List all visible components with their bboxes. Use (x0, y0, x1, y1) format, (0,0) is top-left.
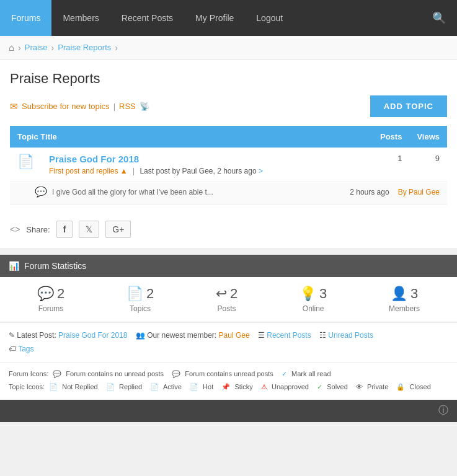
preview-author: By Paul Gee (398, 188, 440, 196)
not-replied-label: Not Replied (62, 383, 97, 390)
replied-label: Replied (119, 383, 142, 390)
members-icon: 👤 (391, 286, 407, 302)
topic-title-cell: Praise God For 2018 First post and repli… (42, 148, 372, 182)
replied-icon: 📄 (106, 383, 115, 390)
share-icon: <> (10, 224, 20, 234)
first-post-link[interactable]: First post and replies (49, 167, 118, 175)
newest-member-label: Our newest member: (147, 331, 216, 340)
arrow-right: > (259, 167, 263, 175)
twitter-share-button[interactable]: 𝕏 (79, 221, 99, 238)
nav-members[interactable]: Members (51, 0, 110, 36)
breadcrumb-sep-3: › (115, 43, 118, 53)
topic-icons-label: Topic Icons: (9, 383, 45, 390)
subscribe-link[interactable]: Subscribe for new topics (22, 102, 110, 111)
mark-all-read-link[interactable]: Mark all read (291, 370, 331, 377)
breadcrumb-praise[interactable]: Praise (25, 43, 48, 52)
tags-link[interactable]: Tags (18, 345, 33, 353)
topic-meta: First post and replies ▲ | Last post by … (49, 167, 365, 175)
latest-post-label: Latest Post: (17, 331, 56, 340)
members-count: 3 (410, 286, 418, 302)
preview-text: I give God all the glory for what I've b… (52, 188, 213, 196)
active-label: Active (163, 383, 182, 390)
footer-info: ✎ Latest Post: Praise God For 2018 👥 Our… (0, 322, 457, 362)
latest-post-link[interactable]: Praise God For 2018 (58, 331, 127, 340)
forum-icons-label: Forum Icons: (9, 370, 48, 377)
views-value: 9 (409, 148, 447, 182)
private-icon: 👁 (356, 383, 363, 390)
stats-header: 📊 Forum Statistics (0, 255, 457, 277)
sticky-label: Sticky (234, 383, 252, 390)
stat-online: 💡 3 Online (299, 286, 327, 313)
facebook-share-button[interactable]: f (56, 221, 73, 238)
add-topic-button[interactable]: ADD TOPIC (370, 95, 447, 117)
top-navigation: Forums Members Recent Posts My Profile L… (0, 0, 457, 36)
chat-bubble-icon: 💬 (53, 370, 61, 377)
solved-label: Solved (327, 383, 348, 390)
online-icon: 💡 (299, 286, 316, 302)
share-section: <> Share: f 𝕏 G+ (0, 211, 457, 249)
stat-topics: 📄 2 Topics (126, 286, 154, 313)
preview-cell: 💬 I give God all the glory for what I've… (10, 182, 447, 205)
stat-forums: 💬 2 Forums (37, 286, 64, 313)
info-icon[interactable]: ⓘ (438, 404, 448, 417)
stat-members: 👤 3 Members (389, 286, 420, 313)
pipe-sep: | (113, 102, 115, 111)
arrow-up-icon: ▲ (120, 167, 128, 175)
hot-icon: 📄 (190, 383, 198, 390)
bottom-bar: ⓘ (0, 400, 457, 422)
nav-my-profile[interactable]: My Profile (184, 0, 245, 36)
blue-chat-icon: 💬 (172, 370, 180, 377)
stats-title: Forum Statistics (24, 261, 86, 271)
breadcrumb-sep-1: › (18, 43, 21, 53)
rss-icon: 📡 (140, 102, 149, 111)
online-count: 3 (319, 286, 327, 302)
newest-member-link[interactable]: Paul Gee (219, 331, 250, 340)
topics-icon: 📄 (126, 286, 143, 302)
closed-icon: 🔒 (396, 383, 405, 390)
topic-title-link[interactable]: Praise God For 2018 (49, 154, 365, 164)
envelope-icon: ✉ (10, 101, 18, 112)
search-icon[interactable]: 🔍 (421, 11, 457, 25)
rss-link[interactable]: RSS (119, 102, 136, 111)
nav-recent-posts[interactable]: Recent Posts (110, 0, 184, 36)
sticky-icon: 📌 (221, 383, 230, 390)
breadcrumb-praise-reports[interactable]: Praise Reports (58, 43, 111, 52)
googleplus-share-button[interactable]: G+ (105, 221, 131, 238)
home-icon[interactable]: ⌂ (9, 42, 14, 53)
forums-count: 2 (57, 286, 64, 302)
forums-label: Forums (37, 304, 64, 313)
posts-value: 1 (372, 148, 409, 182)
breadcrumb: ⌂ › Praise › Praise Reports › (0, 36, 457, 60)
table-header-row: Topic Title Posts Views (10, 126, 447, 148)
stats-body: 💬 2 Forums 📄 2 Topics ↩ 2 Posts 💡 3 Onli… (0, 277, 457, 322)
unapproved-icon: ⚠ (261, 383, 267, 390)
topic-icon-cell: 📄 (10, 148, 42, 182)
share-label: Share: (26, 225, 50, 234)
topic-title-header: Topic Title (10, 126, 372, 148)
meta-pipe: | (133, 167, 135, 175)
private-label: Private (367, 383, 388, 390)
page-title: Praise Reports (10, 71, 447, 87)
members-label: Members (389, 304, 420, 313)
preview-time: 2 hours ago (350, 188, 389, 196)
posts-icon: ↩ (216, 286, 227, 302)
topic-table: Topic Title Posts Views 📄 Praise God For… (10, 126, 447, 205)
main-content: Praise Reports ✉ Subscribe for new topic… (0, 60, 457, 211)
layers-icon: ☷ (319, 331, 326, 340)
topics-label: Topics (126, 304, 154, 313)
solved-icon: ✓ (317, 383, 322, 390)
document-icon: 📄 (17, 154, 34, 169)
has-unread-label: Forum contains unread posts (185, 370, 273, 377)
stat-posts: ↩ 2 Posts (216, 286, 237, 313)
table-row: 📄 Praise God For 2018 First post and rep… (10, 148, 447, 182)
recent-posts-link[interactable]: Recent Posts (267, 331, 311, 340)
hot-label: Hot (203, 383, 213, 390)
active-icon: 📄 (150, 383, 159, 390)
nav-forums[interactable]: Forums (0, 0, 51, 36)
preview-row: 💬 I give God all the glory for what I've… (10, 182, 447, 205)
unread-posts-link[interactable]: Unread Posts (328, 331, 373, 340)
posts-count: 2 (230, 286, 237, 302)
tag-icon: 🏷 (9, 345, 16, 353)
posts-header: Posts (372, 126, 409, 148)
nav-logout[interactable]: Logout (245, 0, 294, 36)
